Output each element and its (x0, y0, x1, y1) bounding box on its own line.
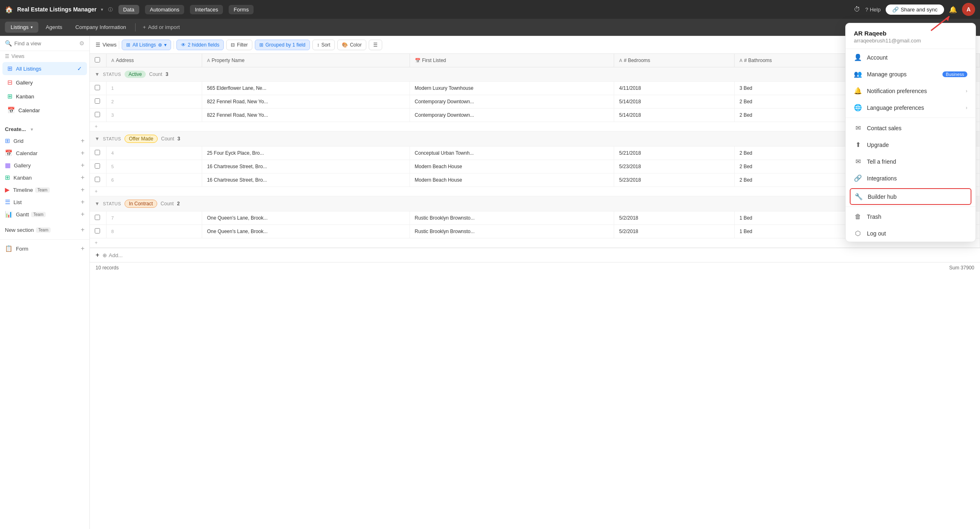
forms-nav-btn[interactable]: Forms (229, 5, 254, 14)
row-checkbox[interactable] (90, 95, 106, 109)
tell-friend-label: Tell a friend (867, 158, 967, 165)
sidebar-create-kanban[interactable]: ⊞ Kanban + (0, 171, 89, 184)
list-plus-icon[interactable]: + (81, 198, 85, 206)
history-icon-btn[interactable]: ⏱ (854, 6, 860, 13)
row-checkbox[interactable] (90, 173, 106, 187)
dropdown-item-integrations[interactable]: 🔗 Integrations (846, 170, 976, 187)
offer-count-num: 3 (178, 136, 180, 142)
data-nav-btn[interactable]: Data (118, 5, 139, 14)
dropdown-item-logout[interactable]: ⬡ Log out (846, 225, 976, 242)
header-property-name[interactable]: AProperty Name (202, 54, 410, 67)
create-section-header[interactable]: Create... ▾ (0, 124, 89, 135)
row-checkbox[interactable] (90, 160, 106, 173)
color-btn[interactable]: 🎨 Color (337, 40, 366, 50)
sidebar-item-gallery[interactable]: ⊟ Gallery (2, 76, 87, 89)
group-offer-toggle[interactable]: ▼ (95, 136, 100, 142)
dropdown-item-notification-prefs[interactable]: 🔔 Notification preferences › (846, 82, 976, 99)
row-beds: 2 Bed (734, 160, 858, 173)
row-listed: 5/21/2018 (614, 147, 735, 160)
row-checkbox[interactable] (90, 147, 106, 160)
hidden-fields-btn[interactable]: 👁 2 hidden fields (176, 40, 224, 50)
timeline-team-badge: Team (35, 187, 50, 193)
app-info-icon[interactable]: ⓘ (108, 7, 113, 13)
sidebar-create-timeline[interactable]: ▶ Timeline Team + (0, 184, 89, 196)
dropdown-item-contact-sales[interactable]: ✉ Contact sales (846, 120, 976, 136)
dropdown-item-language-prefs[interactable]: 🌐 Language preferences › (846, 99, 976, 116)
kanban-create-label: Kanban (13, 175, 32, 181)
group-contract-toggle[interactable]: ▼ (95, 201, 100, 207)
tab-divider (135, 23, 136, 31)
sort-btn[interactable]: ↕ Sort (312, 40, 335, 50)
color-label: Color (350, 42, 362, 48)
user-avatar[interactable]: A (962, 3, 975, 16)
row-beds: 3 Bed (734, 82, 858, 95)
tab-listings[interactable]: Listings ▾ (5, 22, 38, 33)
form-plus-icon[interactable]: + (81, 245, 85, 252)
row-checkbox[interactable] (90, 82, 106, 95)
gallery-plus-icon[interactable]: + (81, 162, 85, 169)
home-icon[interactable]: 🏠 (5, 6, 13, 13)
sidebar-create-grid[interactable]: ⊞ Grid + (0, 135, 89, 147)
help-btn[interactable]: ? Help (865, 7, 881, 13)
app-dropdown-icon[interactable]: ▾ (101, 7, 103, 12)
header-address[interactable]: AAddress (106, 54, 202, 67)
dropdown-item-builder-hub[interactable]: 🔧 Builder hub (850, 188, 971, 205)
search-input[interactable] (14, 40, 77, 47)
gantt-create-label: Gantt (16, 211, 29, 218)
table-bottom-actions: + ⊕ Add... (90, 248, 980, 262)
row-address: 25 Four Eyck Place, Bro... (202, 147, 410, 160)
row-checkbox[interactable] (90, 109, 106, 122)
select-all-checkbox[interactable] (95, 57, 100, 62)
header-bedrooms[interactable]: A# Bedrooms (614, 54, 735, 67)
tool-icon: 🔧 (855, 193, 863, 200)
dropdown-item-tell-friend[interactable]: ✉ Tell a friend (846, 153, 976, 170)
timeline-plus-icon[interactable]: + (81, 186, 85, 193)
all-listings-btn[interactable]: ⊞ All Listings ⊕ ▾ (122, 40, 171, 50)
group-active-toggle[interactable]: ▼ (95, 71, 100, 77)
grid-plus-icon[interactable]: + (81, 137, 85, 144)
tab-company[interactable]: Company Information (70, 22, 132, 33)
sidebar-item-all-listings[interactable]: ⊞ All Listings ✓ (2, 62, 87, 75)
sidebar-create-gantt[interactable]: 📊 Gantt Team + (0, 208, 89, 220)
group-btn[interactable]: ⊞ Grouped by 1 field (255, 40, 310, 50)
sidebar-create-calendar[interactable]: 📅 Calendar + (0, 147, 89, 159)
sidebar-item-form[interactable]: 📋 Form + (0, 242, 89, 255)
new-section-label: New section (5, 227, 34, 233)
calendar-plus-icon[interactable]: + (81, 149, 85, 157)
add-or-import-btn[interactable]: + Add or import (139, 22, 184, 32)
row-checkbox[interactable] (90, 211, 106, 225)
dropdown-item-manage-groups[interactable]: 👥 Manage groups Business (846, 66, 976, 82)
row-property: Rustic Brooklyn Brownsto... (410, 211, 614, 225)
new-section-plus-icon[interactable]: + (81, 226, 85, 233)
row-checkbox[interactable] (90, 225, 106, 238)
filter-btn[interactable]: ⊟ Filter (226, 40, 252, 50)
interfaces-nav-btn[interactable]: Interfaces (190, 5, 223, 14)
share-btn[interactable]: 🔗 Share and sync (886, 4, 944, 15)
tab-agents[interactable]: Agents (40, 22, 68, 33)
dropdown-item-trash[interactable]: 🗑 Trash (846, 209, 976, 225)
kanban-plus-icon[interactable]: + (81, 174, 85, 181)
row-listed: 5/14/2018 (614, 109, 735, 122)
views-toggle[interactable]: ☰ Views (96, 42, 116, 48)
sidebar-new-section[interactable]: New section Team + (0, 224, 89, 236)
header-first-listed[interactable]: 📅First Listed (410, 54, 614, 67)
notification-icon-btn[interactable]: 🔔 (949, 6, 957, 13)
gear-icon[interactable]: ⚙ (79, 40, 85, 47)
header-bathrooms[interactable]: A# Bathrooms (734, 54, 858, 67)
gantt-plus-icon[interactable]: + (81, 211, 85, 218)
add-record-btn[interactable]: ⊕ Add... (102, 252, 122, 258)
sidebar-item-kanban[interactable]: ⊞ Kanban (2, 90, 87, 103)
fields-btn[interactable]: ☰ (369, 40, 382, 50)
dropdown-item-account[interactable]: 👤 Account (846, 49, 976, 66)
sidebar-create-gallery[interactable]: ▦ Gallery + (0, 159, 89, 171)
total-records: 10 records (96, 265, 119, 271)
automations-nav-btn[interactable]: Automations (145, 5, 184, 14)
sidebar-create-list[interactable]: ☰ List + (0, 196, 89, 208)
dropdown-item-upgrade[interactable]: ⬆ Upgrade (846, 136, 976, 153)
all-listings-chevron-icon: ▾ (164, 42, 167, 48)
header-checkbox[interactable] (90, 54, 106, 67)
add-record-icon[interactable]: + (96, 251, 99, 259)
create-label: Create... (5, 126, 26, 132)
sidebar-item-calendar[interactable]: 📅 Calendar (2, 104, 87, 117)
row-listed: 5/23/2018 (614, 173, 735, 187)
